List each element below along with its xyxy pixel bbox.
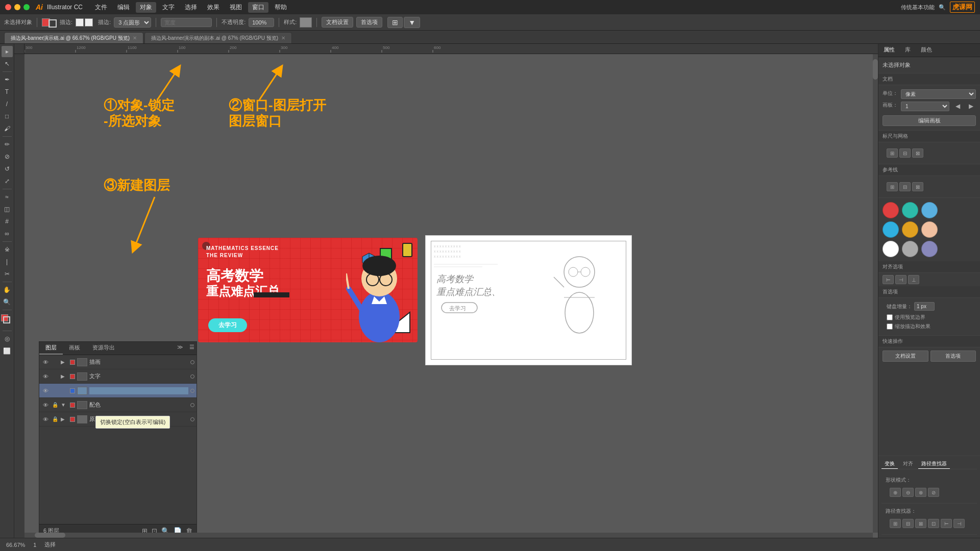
- tab-1[interactable]: 插边风-banner演示稿.ai @ 66.67% (RGB/GPU 预览) ✕: [4, 32, 143, 43]
- outline-btn[interactable]: ⊢: [941, 519, 952, 528]
- layer-vis-new[interactable]: 👁: [41, 387, 50, 395]
- edit-artboard-btn[interactable]: 编辑画板: [883, 115, 976, 126]
- horizontal-scrollbar[interactable]: [24, 533, 873, 538]
- width-input[interactable]: [161, 18, 212, 27]
- swatch-peach[interactable]: [921, 221, 938, 238]
- panel-tab-artboard[interactable]: 画板: [63, 342, 86, 355]
- grid-btn-3[interactable]: ⊠: [912, 148, 923, 158]
- layer-item-new[interactable]: 👁: [39, 384, 197, 398]
- line-tool[interactable]: /: [2, 98, 13, 110]
- swatch-light-blue[interactable]: [921, 202, 938, 218]
- layer-lock-color[interactable]: 🔒: [52, 402, 59, 409]
- blend-tool[interactable]: ∞: [2, 228, 13, 239]
- layer-lock-text[interactable]: [52, 373, 59, 380]
- use-preview-checkbox[interactable]: [887, 314, 893, 320]
- guide-btn-3[interactable]: ⊠: [912, 182, 923, 191]
- align-right-btn[interactable]: ⊥: [908, 275, 919, 284]
- search-icon[interactable]: 🔍: [939, 4, 946, 11]
- style-swatch[interactable]: [300, 17, 312, 28]
- layer-expand-text[interactable]: ▶: [61, 373, 68, 379]
- draw-mode-btn[interactable]: ◎: [2, 333, 13, 344]
- minimize-button[interactable]: [14, 4, 20, 10]
- gradient-tool[interactable]: ◫: [2, 204, 13, 215]
- quick-doc-settings-btn[interactable]: 文档设置: [883, 350, 928, 362]
- layer-lock-draw[interactable]: [52, 359, 59, 366]
- menu-edit[interactable]: 编辑: [113, 2, 134, 13]
- layer-vis-color[interactable]: 👁: [41, 401, 50, 409]
- preferences-btn[interactable]: 首选项: [356, 17, 382, 28]
- swatch-teal[interactable]: [902, 202, 918, 218]
- right-tab-color[interactable]: 颜色: [916, 44, 937, 57]
- select-tool[interactable]: ▸: [2, 46, 13, 57]
- intersect-btn[interactable]: ⊗: [915, 488, 926, 497]
- swatch-red[interactable]: [883, 202, 899, 218]
- layer-expand-draw[interactable]: ▶: [61, 359, 68, 365]
- layer-vis-original[interactable]: 👁: [41, 415, 50, 423]
- stroke-end-btn[interactable]: [85, 18, 93, 27]
- artboard-select[interactable]: 1: [901, 102, 949, 111]
- scrollbar-thumb[interactable]: [873, 59, 878, 80]
- arrange-btn[interactable]: ⊞: [387, 17, 403, 28]
- stroke-arrow-btn[interactable]: [76, 18, 84, 27]
- grid-btn-2[interactable]: ⊟: [899, 148, 911, 158]
- grid-btn-1[interactable]: ⊞: [887, 148, 898, 158]
- swatch-orange[interactable]: [902, 221, 918, 238]
- window-controls[interactable]: [5, 4, 30, 10]
- unite-btn[interactable]: ⊕: [890, 488, 901, 497]
- tab-2-close[interactable]: ✕: [281, 35, 285, 41]
- guide-btn-2[interactable]: ⊟: [899, 182, 911, 191]
- menu-effect[interactable]: 效果: [203, 2, 224, 13]
- minus-front-btn[interactable]: ⊖: [902, 488, 914, 497]
- kbd-input[interactable]: [914, 302, 935, 311]
- layer-item-original[interactable]: 👁 🔒 ▶ 原图: [39, 412, 197, 427]
- bottom-tab-transform[interactable]: 变换: [881, 459, 898, 469]
- slice-tool[interactable]: ✂: [2, 268, 13, 280]
- h-scrollbar-thumb[interactable]: [35, 533, 65, 538]
- unit-select[interactable]: 像素: [901, 89, 976, 99]
- menu-window[interactable]: 窗口: [248, 2, 268, 13]
- exclude-btn[interactable]: ⊘: [928, 488, 939, 497]
- banner-cta-btn[interactable]: 去学习: [208, 318, 247, 332]
- pen-tool[interactable]: ✒: [2, 74, 13, 85]
- maximize-button[interactable]: [23, 4, 30, 10]
- swatch-cyan[interactable]: [883, 221, 899, 238]
- align-center-btn[interactable]: ⊣: [895, 275, 906, 284]
- opacity-input[interactable]: [249, 18, 274, 27]
- screen-mode-btn[interactable]: ⬜: [2, 345, 13, 357]
- layer-lock-original[interactable]: 🔒: [52, 416, 59, 423]
- panel-collapse-btn[interactable]: ≫ ☰: [175, 342, 197, 355]
- canvas-area[interactable]: 300 1200 1100 100 200 300 400 500: [14, 44, 878, 538]
- layer-item-text[interactable]: 👁 ▶ 文字: [39, 369, 197, 384]
- trim-btn[interactable]: ⊟: [902, 519, 914, 528]
- collapse-icon[interactable]: ≫: [175, 344, 185, 350]
- column-graph-tool[interactable]: |: [2, 256, 13, 267]
- hand-tool[interactable]: ✋: [2, 284, 13, 295]
- merge-btn[interactable]: ⊠: [915, 519, 926, 528]
- close-button[interactable]: [5, 4, 11, 10]
- swatch-white[interactable]: [883, 241, 899, 257]
- right-tab-library[interactable]: 库: [900, 44, 916, 57]
- layer-expand-original[interactable]: ▶: [61, 416, 68, 422]
- menu-select[interactable]: 选择: [181, 2, 201, 13]
- swatch-gray[interactable]: [902, 241, 918, 257]
- panel-tab-export[interactable]: 资源导出: [86, 342, 121, 355]
- scale-tool[interactable]: ⤢: [2, 176, 13, 187]
- divide-btn[interactable]: ⊞: [890, 519, 901, 528]
- stroke-color-swatch[interactable]: [48, 19, 57, 28]
- layer-expand-color[interactable]: ▼: [61, 402, 68, 408]
- menu-help[interactable]: 帮助: [271, 2, 291, 13]
- crop-btn[interactable]: ⊡: [928, 519, 939, 528]
- pref-btn[interactable]: ▼: [404, 17, 420, 28]
- bottom-tab-pathfinder[interactable]: 路径查找器: [918, 459, 950, 469]
- rotate-tool[interactable]: ↺: [2, 163, 13, 174]
- layer-name-edit-input[interactable]: [89, 387, 188, 394]
- layer-item-draw[interactable]: 👁 ▶ 描画: [39, 355, 197, 369]
- menu-object[interactable]: 对象: [136, 2, 156, 13]
- bottom-tab-align[interactable]: 对齐: [900, 459, 916, 469]
- fill-stroke-indicator[interactable]: [1, 314, 13, 327]
- layer-item-color[interactable]: 👁 🔒 ▼ 配色: [39, 398, 197, 412]
- menu-file[interactable]: 文件: [91, 2, 111, 13]
- symbol-tool[interactable]: ※: [2, 244, 13, 255]
- tab-1-close[interactable]: ✕: [133, 35, 137, 41]
- next-artboard-btn[interactable]: ▶: [966, 101, 976, 111]
